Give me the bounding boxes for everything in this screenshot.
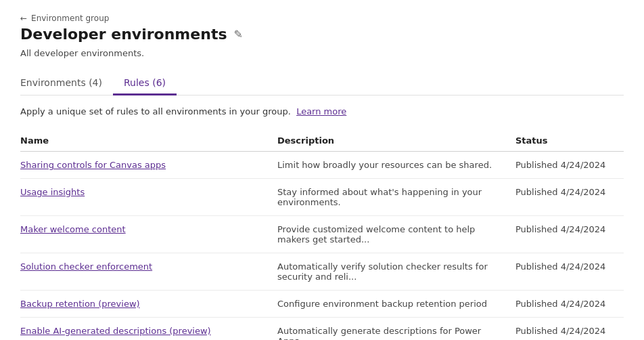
table-row: Maker welcome content Provide customized… bbox=[20, 216, 624, 253]
row-name: Solution checker enforcement bbox=[20, 261, 277, 272]
row-name-link[interactable]: Solution checker enforcement bbox=[20, 261, 152, 272]
tab-rules[interactable]: Rules (6) bbox=[113, 72, 177, 95]
row-name: Usage insights bbox=[20, 187, 277, 197]
row-status: Published 4/24/2024 bbox=[515, 224, 624, 234]
row-name-link[interactable]: Enable AI-generated descriptions (previe… bbox=[20, 326, 211, 336]
row-status: Published 4/24/2024 bbox=[515, 261, 624, 272]
row-status: Published 4/24/2024 bbox=[515, 326, 624, 336]
table-row: Sharing controls for Canvas apps Limit h… bbox=[20, 152, 624, 179]
col-header-description: Description bbox=[277, 135, 515, 146]
row-status: Published 4/24/2024 bbox=[515, 160, 624, 170]
row-description: Stay informed about what's happening in … bbox=[277, 187, 515, 207]
back-arrow[interactable]: ← bbox=[20, 14, 27, 23]
learn-more-link[interactable]: Learn more bbox=[296, 106, 346, 116]
col-header-name: Name bbox=[20, 135, 277, 146]
page-subtitle: All developer environments. bbox=[20, 48, 624, 58]
table-body: Sharing controls for Canvas apps Limit h… bbox=[20, 152, 624, 340]
row-name: Sharing controls for Canvas apps bbox=[20, 160, 277, 170]
row-name: Backup retention (preview) bbox=[20, 299, 277, 309]
row-status: Published 4/24/2024 bbox=[515, 299, 624, 309]
tabs-container: Environments (4) Rules (6) bbox=[20, 72, 624, 95]
row-status: Published 4/24/2024 bbox=[515, 187, 624, 197]
table-row: Enable AI-generated descriptions (previe… bbox=[20, 318, 624, 340]
table-row: Backup retention (preview) Configure env… bbox=[20, 291, 624, 318]
table-row: Usage insights Stay informed about what'… bbox=[20, 179, 624, 216]
col-header-status: Status bbox=[515, 135, 624, 146]
row-name-link[interactable]: Backup retention (preview) bbox=[20, 299, 140, 309]
breadcrumb: ← Environment group bbox=[20, 14, 624, 23]
row-description: Provide customized welcome content to he… bbox=[277, 224, 515, 245]
row-description: Automatically generate descriptions for … bbox=[277, 326, 515, 340]
tab-environments[interactable]: Environments (4) bbox=[20, 72, 113, 95]
rules-table: Name Description Status Sharing controls… bbox=[20, 130, 624, 340]
row-name: Maker welcome content bbox=[20, 224, 277, 234]
row-description: Configure environment backup retention p… bbox=[277, 299, 515, 309]
row-name: Enable AI-generated descriptions (previe… bbox=[20, 326, 277, 336]
info-bar: Apply a unique set of rules to all envir… bbox=[20, 106, 624, 116]
table-header: Name Description Status bbox=[20, 130, 624, 152]
row-description: Automatically verify solution checker re… bbox=[277, 261, 515, 282]
row-name-link[interactable]: Sharing controls for Canvas apps bbox=[20, 160, 166, 170]
page-header: Developer environments ✎ bbox=[20, 26, 624, 43]
page-title: Developer environments bbox=[20, 26, 227, 43]
row-name-link[interactable]: Usage insights bbox=[20, 187, 85, 197]
info-text-content: Apply a unique set of rules to all envir… bbox=[20, 106, 291, 116]
edit-icon[interactable]: ✎ bbox=[234, 28, 243, 41]
table-row: Solution checker enforcement Automatical… bbox=[20, 253, 624, 291]
row-description: Limit how broadly your resources can be … bbox=[277, 160, 515, 170]
row-name-link[interactable]: Maker welcome content bbox=[20, 224, 126, 234]
breadcrumb-label: Environment group bbox=[31, 14, 109, 23]
